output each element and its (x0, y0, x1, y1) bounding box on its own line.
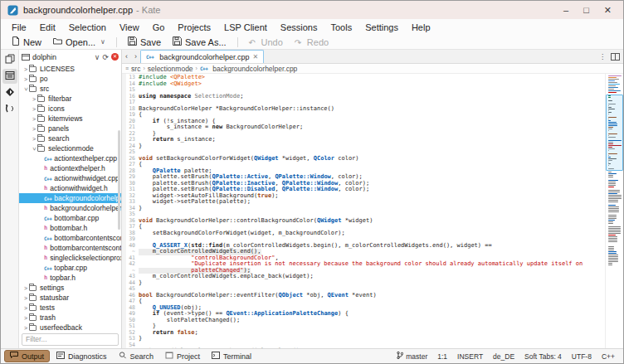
tree-row-kitemviews[interactable]: >kitemviews (19, 114, 121, 124)
toolview-documents-button[interactable] (2, 52, 17, 67)
chevron-right-icon[interactable]: > (22, 285, 29, 291)
maximize-button[interactable]: □ (583, 1, 589, 19)
status-de-de[interactable]: de_DE (493, 352, 514, 361)
minimap-scrollbar[interactable] (605, 74, 623, 348)
menu-help[interactable]: Help (406, 21, 436, 34)
split-view-icon[interactable] (611, 53, 620, 61)
refresh-icon[interactable]: ⟳ (102, 53, 109, 61)
toolview-terminal-button[interactable]: Terminal (207, 350, 256, 362)
chevron-right-icon[interactable]: > (22, 325, 29, 331)
save-button[interactable]: Save (123, 36, 166, 48)
tree-row-src[interactable]: >src (19, 84, 121, 94)
toolview-lsp-client-button[interactable] (2, 102, 17, 117)
window-title: backgroundcolorhelper.cpp (23, 5, 133, 15)
tree-row-topbar-cpp[interactable]: C++topbar.cpp (19, 263, 121, 273)
status-insert[interactable]: INSERT (457, 352, 483, 361)
tree-row-search[interactable]: >search (19, 133, 121, 143)
toolview-project-button[interactable]: Project (160, 350, 205, 362)
code-text: using namespace SelectionMode; (139, 94, 243, 100)
menu-lsp-client[interactable]: LSP Client (218, 21, 273, 34)
menu-sessions[interactable]: Sessions (275, 21, 324, 34)
tab-close-icon[interactable]: ✕ (252, 53, 258, 61)
tree-row-statusbar[interactable]: >statusbar (19, 293, 121, 303)
toolview-symbols-button[interactable] (2, 85, 17, 100)
status-master[interactable]: master (397, 352, 427, 361)
menu-settings[interactable]: Settings (359, 21, 404, 34)
tree-row-topbar-h[interactable]: htopbar.h (19, 273, 121, 283)
tree-row-settings[interactable]: >settings (19, 283, 121, 293)
save-as-button[interactable]: Save As... (168, 36, 232, 48)
tree-row-panels[interactable]: >panels (19, 124, 121, 133)
tree-row-icons[interactable]: >icons (19, 104, 121, 114)
menu-go[interactable]: Go (147, 21, 171, 34)
folder-icon (29, 66, 37, 72)
tree-row-actionwithwidget-h[interactable]: hactionwithwidget.h (19, 183, 121, 193)
toolview-projects-button[interactable] (2, 69, 17, 84)
chevron-right-icon[interactable]: > (31, 136, 37, 142)
menu-view[interactable]: View (114, 21, 145, 34)
tree-row-backgroundcolorhelper-c-[interactable]: C++backgroundcolorhelper.c... (19, 193, 121, 203)
more-options-icon[interactable]: ⋮ (599, 53, 606, 61)
menu-edit[interactable]: Edit (34, 21, 61, 34)
chevron-right-icon[interactable]: > (22, 295, 29, 301)
tree-scrollbar[interactable] (118, 130, 120, 230)
status-c-[interactable]: C++ (602, 352, 615, 361)
tree-row-bottombar-h[interactable]: hbottombar.h (19, 223, 121, 233)
chevron-down-icon[interactable]: ∨ (100, 38, 105, 46)
tree-row-singleclickselectionproxy-[interactable]: hsingleclickselectionproxy... (19, 253, 121, 263)
chevron-down-icon[interactable]: ∨ (95, 53, 100, 61)
minimap-viewport[interactable] (606, 95, 623, 171)
breadcrumb-item[interactable]: src (131, 65, 140, 73)
tab-backgroundcolorhelper[interactable]: C++ backgroundcolorhelper.cpp ✕ (140, 50, 264, 63)
chevron-right-icon[interactable]: > (31, 116, 37, 122)
tree-row-userfeedback[interactable]: >userfeedback (19, 323, 121, 332)
filter-input[interactable]: Filter... (22, 333, 119, 346)
tree-row-actionwithwidget-cpp[interactable]: C++actionwithwidget.cpp (19, 173, 121, 183)
chevron-right-icon[interactable]: > (22, 305, 29, 311)
tree-row-licenses[interactable]: >LICENSES (19, 64, 121, 74)
toolview-output-button[interactable]: Output (4, 350, 50, 362)
status-utf-8[interactable]: UTF-8 (572, 352, 592, 361)
tree-row-actiontexthelper-cpp[interactable]: C++actiontexthelper.cpp (19, 153, 121, 163)
chevron-right-icon[interactable]: > (31, 126, 37, 132)
tree-row-bottombarcontentscont-[interactable]: C++bottombarcontentscont... (19, 233, 121, 243)
code-area[interactable]: 13#include <QPalette>14#include <QWidget… (122, 74, 623, 348)
status-1-1[interactable]: 1:1 (437, 352, 447, 361)
breadcrumb-item[interactable]: backgroundcolorhelper.cpp (212, 65, 297, 73)
menu-selection[interactable]: Selection (63, 21, 112, 34)
tree-row-bottombarcontentscont-[interactable]: hbottombarcontentscont... (19, 243, 121, 253)
minimize-button[interactable]: – (563, 1, 568, 19)
breadcrumb-item[interactable]: selectionmode (148, 65, 193, 73)
tree-row-actiontexthelper-h[interactable]: hactiontexthelper.h (19, 163, 121, 173)
tree-row-selectionmode[interactable]: >selectionmode (19, 143, 121, 153)
chevron-right-icon[interactable]: > (22, 66, 29, 72)
new-button[interactable]: New (6, 36, 46, 48)
tree-row-bottombar-cpp[interactable]: C++bottombar.cpp (19, 213, 121, 223)
toolview-search-button[interactable]: Search (114, 350, 159, 362)
close-button[interactable]: ✕ (604, 1, 612, 19)
tree-row-trash[interactable]: >trash (19, 313, 121, 323)
chevron-right-icon[interactable]: > (31, 106, 37, 112)
toolview-diagnostics-button[interactable]: Diagnostics (51, 350, 112, 362)
chevron-right-icon[interactable]: > (22, 315, 29, 321)
next-document-icon[interactable]: › (134, 52, 137, 61)
chevron-down-icon[interactable]: > (23, 85, 29, 92)
breadcrumb-doc-icon[interactable]: ≡ (125, 66, 129, 71)
menu-file[interactable]: File (6, 21, 32, 34)
menu-projects[interactable]: Projects (172, 21, 217, 34)
menu-tools[interactable]: Tools (324, 21, 358, 34)
tree-row-filterbar[interactable]: >filterbar (19, 94, 121, 104)
open-button[interactable]: Open...∨ (48, 36, 110, 48)
chevron-right-icon[interactable]: > (31, 96, 37, 102)
close-project-icon[interactable]: ✕ (111, 53, 119, 61)
titlebar[interactable]: backgroundcolorhelper.cpp - Kate – □ ✕ (1, 1, 623, 19)
status-soft-tabs-4[interactable]: Soft Tabs: 4 (524, 352, 562, 361)
tree-row-backgroundcolorhelper-h[interactable]: hbackgroundcolorhelper.h (19, 203, 121, 213)
tree-row-tests[interactable]: >tests (19, 303, 121, 313)
code-line: 52 return false; (126, 330, 623, 337)
prev-document-icon[interactable]: ‹ (125, 52, 128, 61)
chevron-right-icon[interactable]: > (22, 76, 29, 82)
tree-row-po[interactable]: >po (19, 74, 121, 84)
project-select[interactable]: dolphin (32, 53, 92, 61)
chevron-down-icon[interactable]: > (32, 145, 37, 152)
